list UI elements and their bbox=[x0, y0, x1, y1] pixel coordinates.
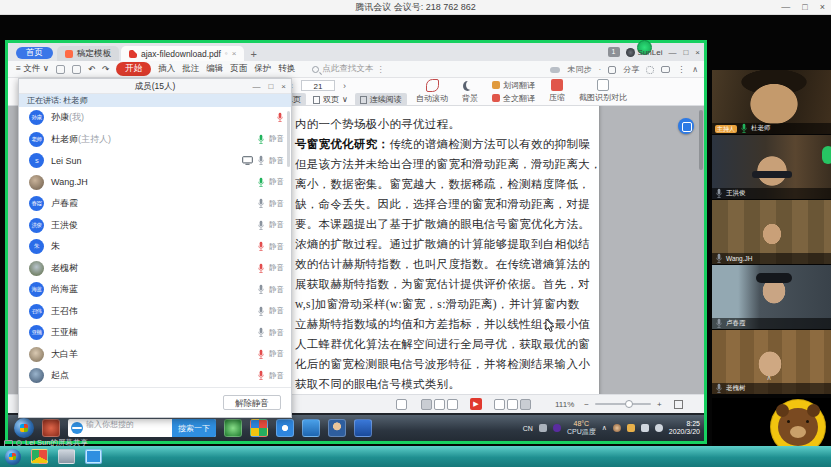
language-indicator[interactable]: CN bbox=[523, 425, 533, 432]
auto-scroll-button[interactable]: 自动滚动 bbox=[416, 79, 448, 104]
menu-edit[interactable]: 编辑 bbox=[206, 63, 223, 75]
tray-icon[interactable] bbox=[553, 424, 561, 432]
clock[interactable]: 8:252020/3/20 bbox=[669, 420, 700, 437]
member-row[interactable]: 洪俊王洪俊静音 bbox=[19, 215, 291, 237]
mute-label[interactable]: 静音 bbox=[269, 285, 284, 295]
panel-minimize-icon[interactable]: — bbox=[252, 79, 260, 94]
member-row[interactable]: 大白羊静音 bbox=[19, 344, 291, 366]
cpu-temperature[interactable]: 48°CCPU温度 bbox=[567, 420, 596, 435]
play-icon[interactable]: ▶ bbox=[470, 398, 482, 410]
zoom-slider[interactable] bbox=[595, 403, 651, 405]
start-tab[interactable]: 开始 bbox=[116, 62, 151, 76]
undo-icon[interactable]: ↶ bbox=[88, 64, 95, 74]
mute-label[interactable]: 静音 bbox=[269, 371, 284, 381]
print-icon[interactable] bbox=[72, 65, 81, 74]
menu-convert[interactable]: 转换 bbox=[278, 63, 295, 75]
mode-continuous[interactable]: 连续阅读 bbox=[355, 93, 407, 106]
pin-icon[interactable]: ◦ bbox=[225, 49, 228, 58]
mute-label[interactable]: 静音 bbox=[269, 306, 284, 316]
start-button[interactable] bbox=[14, 418, 34, 438]
menu-page[interactable]: 页面 bbox=[230, 63, 247, 75]
meeting-app-icon[interactable] bbox=[85, 449, 102, 464]
zoom-level[interactable]: 111% bbox=[555, 400, 574, 409]
panel-close-icon[interactable]: × bbox=[281, 79, 286, 94]
video-tile[interactable]: 主持人杜老师 bbox=[712, 70, 831, 134]
member-row[interactable]: 老槐树静音 bbox=[19, 258, 291, 280]
fit-width-icon[interactable] bbox=[494, 399, 505, 410]
mode-double-page[interactable]: 双页 ∨ bbox=[308, 93, 353, 106]
page-number-input[interactable]: 21 bbox=[301, 80, 335, 91]
next-page-icon[interactable]: › bbox=[343, 81, 346, 91]
taskbar-app-7-icon[interactable] bbox=[354, 419, 372, 437]
share-label[interactable]: 分享 bbox=[623, 64, 639, 75]
video-tile[interactable]: ∧老槐树 bbox=[712, 330, 831, 394]
search-button[interactable]: 搜索一下 bbox=[172, 419, 216, 437]
file-menu[interactable]: ≡ 文件 ∨ bbox=[16, 63, 49, 75]
mute-label[interactable]: 静音 bbox=[269, 349, 284, 359]
mute-label[interactable]: 静音 bbox=[269, 177, 284, 187]
desktop-search-bar[interactable]: 输入你想搜的 搜索一下 bbox=[68, 419, 216, 437]
find-text-input[interactable]: 点此查找文本⋮ bbox=[312, 63, 385, 75]
menu-protect[interactable]: 保护 bbox=[254, 63, 271, 75]
member-row[interactable]: 海蓝尚海蓝静音 bbox=[19, 279, 291, 301]
strip-scroll-indicator[interactable] bbox=[822, 146, 831, 164]
mute-label[interactable]: 静音 bbox=[269, 156, 284, 166]
panel-maximize-icon[interactable]: □ bbox=[268, 79, 273, 94]
cloud-sync-icon[interactable] bbox=[550, 67, 560, 73]
tab-home[interactable]: 首页 bbox=[16, 47, 53, 59]
full-translate-button[interactable]: 全文翻译 bbox=[492, 93, 535, 104]
local-app-2-icon[interactable] bbox=[58, 449, 75, 464]
menu-annotate[interactable]: 批注 bbox=[182, 63, 199, 75]
compress-button[interactable]: 压缩 bbox=[549, 79, 565, 104]
comment-icon[interactable] bbox=[661, 66, 670, 73]
account-chip[interactable]: SunLei bbox=[626, 48, 663, 57]
mute-label[interactable]: 静音 bbox=[269, 328, 284, 338]
taskbar-app-3-icon[interactable] bbox=[250, 419, 268, 437]
tray-avatar-icon[interactable] bbox=[613, 424, 621, 432]
word-translate-button[interactable]: 划词翻译 bbox=[492, 80, 535, 91]
video-tile[interactable]: 卢春霞 bbox=[712, 265, 831, 329]
local-app-1-icon[interactable] bbox=[31, 449, 48, 464]
member-row[interactable]: 召伟王召伟静音 bbox=[19, 301, 291, 323]
zoom-out-icon[interactable]: − bbox=[584, 400, 589, 409]
mute-label[interactable]: 静音 bbox=[269, 220, 284, 230]
screenshot-compare-button[interactable]: 截图识别对比 bbox=[579, 79, 627, 104]
maximize-icon[interactable]: □ bbox=[802, 0, 807, 15]
wps-minimize-icon[interactable]: — bbox=[668, 48, 676, 57]
view-read-icon[interactable] bbox=[421, 399, 432, 410]
member-row[interactable]: SLei Sun静音 bbox=[19, 150, 291, 172]
fit-page-icon[interactable] bbox=[507, 399, 518, 410]
unmute-button[interactable]: 解除静音 bbox=[223, 395, 281, 410]
scrollbar[interactable] bbox=[699, 110, 703, 170]
tray-icon[interactable] bbox=[627, 424, 635, 432]
wps-maximize-icon[interactable]: □ bbox=[683, 48, 688, 57]
open-icon[interactable] bbox=[56, 65, 65, 74]
collapse-ribbon-icon[interactable]: ∧ bbox=[692, 65, 698, 74]
tab-pdf[interactable]: ajax-filedownload.pdf◦× bbox=[121, 46, 244, 61]
doc-float-button[interactable] bbox=[678, 118, 694, 134]
collapse-strip-icon[interactable]: ∧ bbox=[767, 374, 772, 382]
fullscreen-icon[interactable] bbox=[674, 400, 683, 409]
wps-close-icon[interactable]: × bbox=[695, 48, 700, 57]
member-row[interactable]: 朱朱静音 bbox=[19, 236, 291, 258]
mute-label[interactable]: 静音 bbox=[269, 242, 284, 252]
network-icon[interactable] bbox=[641, 424, 649, 432]
message-badge[interactable]: 1 bbox=[608, 47, 620, 57]
new-tab-button[interactable]: + bbox=[250, 47, 256, 61]
gear-icon[interactable] bbox=[646, 66, 654, 74]
volume-icon[interactable] bbox=[655, 424, 663, 432]
eye-protect-icon[interactable] bbox=[396, 399, 407, 410]
menu-insert[interactable]: 插入 bbox=[158, 63, 175, 75]
mute-label[interactable]: 静音 bbox=[269, 199, 284, 209]
member-row[interactable]: Wang.JH静音 bbox=[19, 172, 291, 194]
minimize-icon[interactable]: — bbox=[781, 0, 790, 15]
background-button[interactable]: 背景 bbox=[462, 79, 478, 104]
tab-template[interactable]: 稿定模板 bbox=[57, 46, 119, 61]
mute-label[interactable]: 静音 bbox=[269, 263, 284, 273]
taskbar-app-2-icon[interactable] bbox=[224, 419, 242, 437]
zoom-in-icon[interactable]: + bbox=[657, 400, 662, 409]
member-row[interactable]: 孙康孙康(我) bbox=[19, 107, 291, 129]
video-tile[interactable]: 王洪俊 bbox=[712, 135, 831, 199]
view-book-icon[interactable] bbox=[447, 399, 458, 410]
redo-icon[interactable]: ↷ bbox=[102, 64, 109, 74]
